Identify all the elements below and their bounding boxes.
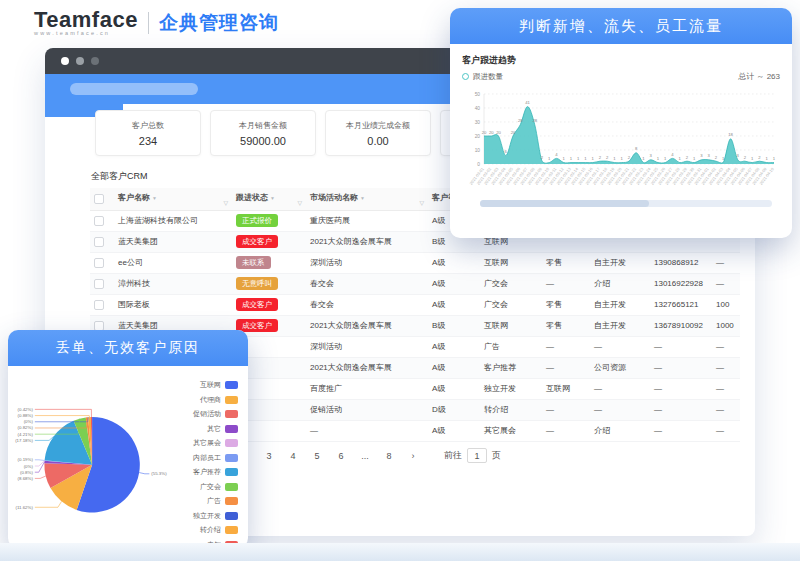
svg-text:1: 1: [577, 156, 580, 161]
cell-status: 未联系: [232, 252, 306, 273]
cell-amount: 100: [712, 294, 740, 315]
filter-icon[interactable]: ▽: [419, 199, 424, 206]
row-checkbox[interactable]: [94, 237, 104, 247]
cell-source: 广交会: [480, 294, 542, 315]
svg-text:28: 28: [518, 118, 523, 123]
legend-label: 内部员工: [193, 453, 221, 463]
legend-swatch: [225, 512, 238, 520]
svg-text:50: 50: [475, 92, 481, 97]
svg-text:3: 3: [700, 153, 703, 158]
pie-legend-item-其它[interactable]: 其它: [193, 424, 238, 434]
filter-icon[interactable]: ▽: [223, 199, 228, 206]
legend-swatch: [225, 454, 238, 462]
column-header-activity: 市场活动名称▼▽: [306, 188, 428, 210]
cell-col8: 介绍: [590, 273, 650, 294]
legend-swatch: [225, 396, 238, 404]
page-button-4[interactable]: 4: [286, 451, 300, 461]
cell-level: D级: [428, 399, 480, 420]
next-page-button[interactable]: ›: [406, 451, 420, 461]
page-button-5[interactable]: 5: [310, 451, 324, 461]
trend-subtitle: 客户跟进趋势: [462, 54, 780, 67]
pie-legend-item-独立开发[interactable]: 独立开发: [193, 511, 238, 521]
filter-icon[interactable]: ▽: [297, 199, 302, 206]
cell-phone: 1327665121: [650, 294, 712, 315]
svg-text:4: 4: [555, 152, 558, 157]
teamface-logo: Teamface www.teamface.cn: [34, 10, 138, 36]
legend-label: 独立开发: [193, 511, 221, 521]
stat-value: 234: [139, 135, 157, 147]
window-close-dot[interactable]: [61, 57, 69, 65]
row-checkbox[interactable]: [94, 321, 104, 331]
row-checkbox-cell: [90, 231, 114, 252]
pie-percent-label: (0.88%): [18, 413, 34, 418]
select-all-checkbox[interactable]: [94, 194, 104, 204]
pie-legend-item-客户推荐[interactable]: 客户推荐: [193, 467, 238, 477]
trend-legend-label: 跟进数量: [473, 72, 503, 82]
pie-percent-label: (0.19%): [18, 457, 34, 462]
svg-text:20: 20: [489, 130, 494, 135]
svg-text:1: 1: [584, 156, 587, 161]
cell-name: 漳州科技: [114, 273, 232, 294]
page-button-6[interactable]: 6: [334, 451, 348, 461]
trend-legend-item[interactable]: 跟进数量: [462, 72, 503, 82]
area-chart: 01020304050202021-03-01202021-03-0220202…: [462, 82, 780, 194]
svg-text:1: 1: [751, 156, 754, 161]
svg-text:8: 8: [635, 146, 638, 151]
page-title: 企典管理咨询: [159, 10, 279, 36]
cell-status: 成交客户: [232, 294, 306, 315]
legend-swatch: [225, 439, 238, 447]
chart-scrollbar-track[interactable]: [480, 200, 772, 207]
svg-text:1: 1: [642, 156, 645, 161]
goto-page-input[interactable]: [467, 448, 487, 463]
status-badge: 成交客户: [236, 298, 278, 311]
svg-text:1: 1: [548, 156, 551, 161]
pie-legend-item-其它展会[interactable]: 其它展会: [193, 438, 238, 448]
cell-col7: —: [542, 420, 590, 441]
pie-legend-item-代理商[interactable]: 代理商: [193, 395, 238, 405]
cell-source: 互联网: [480, 315, 542, 336]
cell-name: 蓝天美集团: [114, 231, 232, 252]
cell-amount: —: [712, 420, 740, 441]
pie-card-body: (0.42%)(0.88%)(0%)(0.82%)(4.21%)(17.18%)…: [8, 366, 248, 550]
cell-source: 其它展会: [480, 420, 542, 441]
svg-text:4: 4: [671, 152, 674, 157]
row-checkbox-cell: [90, 273, 114, 294]
trend-card-body: 客户跟进趋势 跟进数量 总计 ～ 263 01020304050202021-0…: [450, 44, 792, 207]
pie-legend-item-转介绍[interactable]: 转介绍: [193, 525, 238, 535]
stat-label: 本月业绩完成金额: [346, 120, 410, 131]
pie-legend-item-广交会[interactable]: 广交会: [193, 482, 238, 492]
pie-legend-item-内部员工[interactable]: 内部员工: [193, 453, 238, 463]
sort-icon[interactable]: ▼: [152, 195, 157, 201]
svg-text:1: 1: [766, 156, 769, 161]
cell-activity: —: [306, 420, 428, 441]
row-checkbox[interactable]: [94, 300, 104, 310]
sort-icon[interactable]: ▼: [270, 195, 275, 201]
cell-level: A级: [428, 420, 480, 441]
pie-percent-label: (0.82%): [18, 426, 34, 431]
brand-header: Teamface www.teamface.cn 企典管理咨询: [34, 10, 279, 36]
chart-scrollbar-thumb[interactable]: [480, 200, 649, 207]
window-maximize-dot[interactable]: [91, 57, 99, 65]
pie-legend-item-互联网[interactable]: 互联网: [193, 380, 238, 390]
cell-activity: 百度推广: [306, 378, 428, 399]
row-checkbox[interactable]: [94, 279, 104, 289]
svg-text:1: 1: [664, 156, 667, 161]
pie-legend: 互联网代理商促销活动其它其它展会内部员工客户推荐广交会广告独立开发转介绍未知: [193, 370, 242, 550]
svg-text:2: 2: [599, 155, 602, 160]
row-checkbox[interactable]: [94, 258, 104, 268]
pie-percent-label: (4.21%): [18, 432, 34, 437]
legend-swatch: [225, 410, 238, 418]
page-button-8[interactable]: 8: [382, 451, 396, 461]
page-button-3[interactable]: 3: [262, 451, 276, 461]
cell-activity: 2021大众朗逸会展车展: [306, 357, 428, 378]
svg-text:30: 30: [475, 120, 481, 125]
cell-status: 无意呼叫: [232, 273, 306, 294]
svg-text:2: 2: [744, 155, 747, 160]
pie-percent-label: (0%): [24, 464, 34, 469]
sort-icon[interactable]: ▼: [360, 195, 365, 201]
pie-card-header: 丢单、无效客户原因: [8, 330, 248, 366]
window-minimize-dot[interactable]: [76, 57, 84, 65]
pie-legend-item-广告[interactable]: 广告: [193, 496, 238, 506]
pie-legend-item-促销活动[interactable]: 促销活动: [193, 409, 238, 419]
row-checkbox[interactable]: [94, 216, 104, 226]
